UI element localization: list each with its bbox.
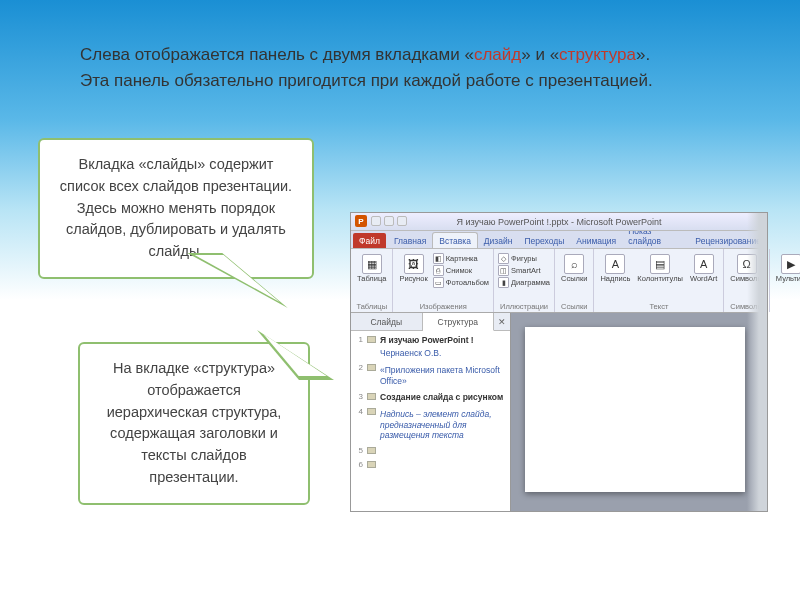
btn-screenshot[interactable]: ⎙Снимок [433,265,489,276]
header-description: Слева отображается панель с двумя вкладк… [80,42,720,93]
table-icon: ▦ [362,254,382,274]
tab-transitions[interactable]: Переходы [518,233,570,248]
tab-file[interactable]: Файл [353,233,386,248]
slide-icon [367,393,376,400]
slide-icon [367,364,376,371]
btn-links[interactable]: ⌕Ссылки [559,253,589,284]
screenshot-icon: ⎙ [433,265,444,276]
callout-structure-tab: На вкладке «структура» отображается иера… [78,342,310,505]
ribbon-tabs: Файл Главная Вставка Дизайн Переходы Ани… [351,231,767,249]
outline-item[interactable]: 5 [353,446,506,455]
tab-home[interactable]: Главная [388,233,432,248]
quick-access-toolbar [371,216,407,226]
btn-photoalbum[interactable]: ▭Фотоальбом [433,277,489,288]
clipart-icon: ◧ [433,253,444,264]
textbox-icon: A [605,254,625,274]
chart-icon: ▮ [498,277,509,288]
symbol-icon: Ω [737,254,757,274]
btn-symbols[interactable]: ΩСимволы [728,253,764,284]
ribbon-body: ▦Таблица Таблицы 🖼Рисунок ◧Картинка ⎙Сни… [351,249,767,313]
window-titlebar: P Я изучаю PowerPoint !.pptx - Microsoft… [351,213,767,231]
btn-shapes[interactable]: ◇Фигуры [498,253,550,264]
slide-icon [367,336,376,343]
slide-icon [367,447,376,454]
ribbon-group-illustrations: ◇Фигуры ◫SmartArt ▮Диаграмма Иллюстрации [494,249,555,312]
headerfooter-icon: ▤ [650,254,670,274]
ribbon-group-text: AНадпись ▤Колонтитулы AWordArt Текст [594,249,724,312]
tab-structure-panel[interactable]: Структура [423,313,495,331]
wordart-icon: A [694,254,714,274]
btn-media[interactable]: ▶Мультим [774,253,800,284]
btn-textbox[interactable]: AНадпись [598,253,632,284]
shapes-icon: ◇ [498,253,509,264]
btn-smartart[interactable]: ◫SmartArt [498,265,550,276]
left-panel: Слайды Структура ✕ 1Я изучаю PowerPoint … [351,313,511,511]
ribbon-group-images: 🖼Рисунок ◧Картинка ⎙Снимок ▭Фотоальбом И… [393,249,494,312]
btn-wordart[interactable]: AWordArt [688,253,719,284]
link-icon: ⌕ [564,254,584,274]
outline-item[interactable]: 3Создание слайда с рисунком [353,392,506,403]
outline-list: 1Я изучаю PowerPoint !Чернаенск О.В. 2«П… [351,331,510,511]
btn-table[interactable]: ▦Таблица [355,253,388,284]
callout-slides-tab: Вкладка «слайды» содержит список всех сл… [38,138,314,279]
btn-headerfooter[interactable]: ▤Колонтитулы [635,253,685,284]
outline-item[interactable]: 4Надпись – элемент слайда, предназначенн… [353,407,506,441]
ribbon-group-media: ▶Мультим [770,249,800,312]
btn-picture[interactable]: 🖼Рисунок [397,253,429,284]
tab-review[interactable]: Рецензирование [689,233,767,248]
close-panel-button[interactable]: ✕ [494,313,510,330]
outline-item[interactable]: 6 [353,460,506,469]
tab-insert[interactable]: Вставка [432,232,478,248]
powerpoint-icon: P [355,215,367,227]
ribbon-group-symbols: ΩСимволы Символы [724,249,769,312]
ribbon-group-links: ⌕Ссылки Ссылки [555,249,594,312]
tab-design[interactable]: Дизайн [478,233,519,248]
media-icon: ▶ [781,254,800,274]
outline-item[interactable]: 2«Приложения пакета Microsoft Office» [353,363,506,386]
picture-icon: 🖼 [404,254,424,274]
tab-slides-panel[interactable]: Слайды [351,313,423,330]
btn-clipart[interactable]: ◧Картинка [433,253,489,264]
smartart-icon: ◫ [498,265,509,276]
powerpoint-screenshot: P Я изучаю PowerPoint !.pptx - Microsoft… [350,212,768,512]
btn-chart[interactable]: ▮Диаграмма [498,277,550,288]
album-icon: ▭ [433,277,444,288]
slide-icon [367,461,376,468]
outline-item[interactable]: 1Я изучаю PowerPoint !Чернаенск О.В. [353,335,506,358]
window-title: Я изучаю PowerPoint !.pptx - Microsoft P… [456,217,661,227]
ribbon-group-tables: ▦Таблица Таблицы [351,249,393,312]
slide-canvas[interactable] [525,327,745,492]
slide-icon [367,408,376,415]
tab-animations[interactable]: Анимация [570,233,622,248]
slide-canvas-area [511,313,767,511]
